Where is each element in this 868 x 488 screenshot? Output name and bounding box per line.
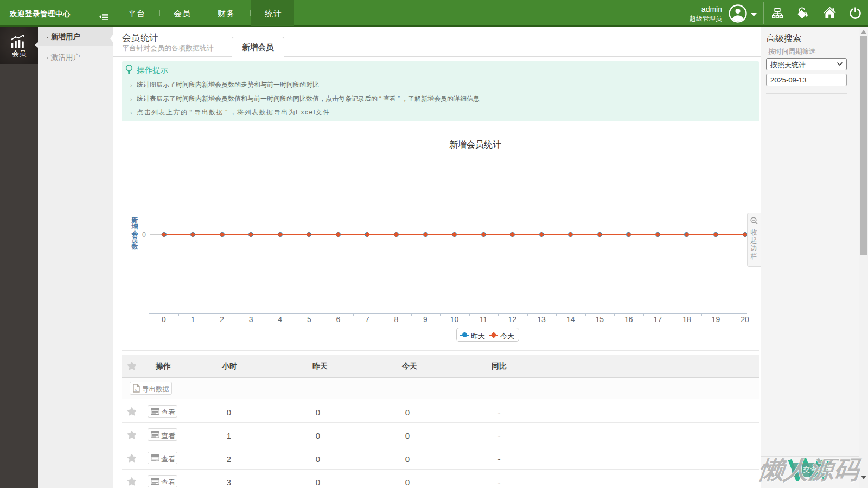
svg-text:x: x (135, 387, 137, 392)
